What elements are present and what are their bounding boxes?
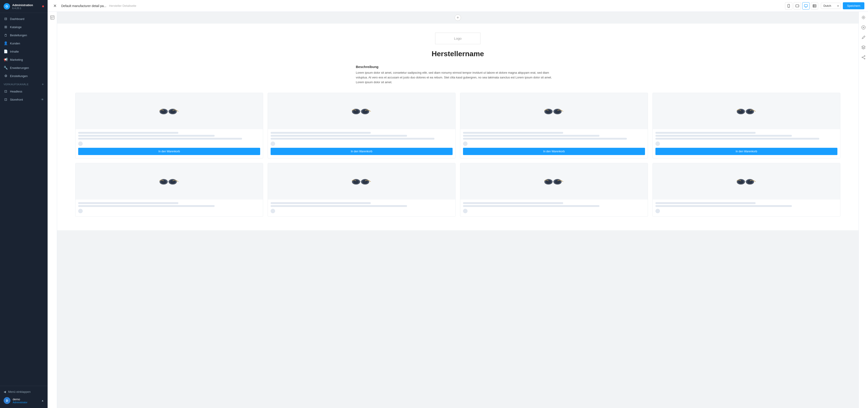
page-content: Logo Herstellername Beschreibung Lorem i… [57,24,859,230]
brand-info: Administration 6.4.20.1 [12,3,40,9]
product-desc-skeleton [655,135,792,137]
sidebar-item-kunden[interactable]: 👤 Kunden [0,39,48,48]
svg-point-75 [864,58,865,59]
svg-point-62 [554,183,561,184]
right-settings-icon[interactable] [860,14,867,21]
svg-rect-11 [51,15,54,19]
product-card [652,163,840,217]
erweiterungen-icon: 🔧 [4,66,8,70]
close-button[interactable]: ✕ [51,2,59,9]
add-block-top-button[interactable]: + [57,12,859,24]
headless-icon: ⊡ [4,89,8,93]
product-desc-skeleton-2 [463,138,627,139]
add-to-cart-button[interactable]: In den Warenkorb [655,148,837,155]
save-button[interactable]: Speichern [843,2,864,9]
language-selector[interactable]: Dutch English German [821,3,841,9]
product-desc-skeleton [271,135,407,137]
left-panel-layout-icon[interactable] [49,14,56,21]
desktop-viewport-button[interactable] [802,2,809,9]
product-desc-skeleton-2 [271,138,434,139]
product-desc-skeleton [463,135,599,137]
product-body [653,199,840,217]
product-price-skeleton [271,142,275,146]
product-title-skeleton [78,202,178,204]
status-dot [42,5,44,7]
right-layers-icon[interactable] [860,44,867,51]
product-card: In den Warenkorb [652,93,840,158]
sidebar-item-headless[interactable]: ⊡ Headless [0,87,48,95]
sidebar-item-label: Storefront [10,98,23,101]
svg-point-27 [362,112,369,114]
kunden-icon: 👤 [4,41,8,45]
product-price-skeleton [271,209,275,213]
language-select[interactable]: Dutch English German [821,3,841,9]
product-price-skeleton [78,142,83,146]
sales-channels-section: Verkaufskanäle + [0,80,48,87]
product-title-skeleton [271,132,371,134]
sidebar-item-einstellungen[interactable]: ⚙ Einstellungen [0,72,48,80]
sidebar-item-label: Headless [10,90,22,93]
sidebar-item-bestellungen[interactable]: 🗒 Bestellungen [0,31,48,39]
user-name: demo [13,398,27,401]
sidebar-item-storefront[interactable]: ⊡ Storefront 👁 [0,95,48,103]
svg-point-34 [554,112,561,114]
sidebar-item-label: Inhalte [10,50,19,53]
svg-point-19 [160,112,167,114]
add-to-cart-button[interactable]: In den Warenkorb [463,148,645,155]
collapse-icon: ◀ [4,390,6,394]
right-add-icon[interactable] [860,24,867,31]
product-price-skeleton [78,209,83,213]
svg-point-47 [160,183,167,184]
product-card [75,163,263,217]
product-image [460,163,648,199]
logo-placeholder: Logo [435,33,480,44]
right-tools [859,12,868,408]
product-card: In den Warenkorb [268,93,456,158]
einstellungen-icon: ⚙ [4,74,8,78]
sidebar-nav: ⊟ Dashboard ⊞ Kataloge 🗒 Bestellungen 👤 … [0,13,48,386]
avatar: D [4,397,10,404]
description-title: Beschreibung [356,65,560,69]
mobile-viewport-button[interactable] [785,2,792,9]
product-body: In den Warenkorb [268,129,455,158]
sidebar-item-erweiterungen[interactable]: 🔧 Erweiterungen [0,64,48,72]
product-card: In den Warenkorb [460,93,648,158]
product-title-skeleton [655,132,755,134]
svg-point-55 [362,183,369,184]
svg-rect-4 [804,4,807,7]
content-wrapper: + Logo Herstellername Beschreibung Lorem… [48,12,868,408]
product-title-skeleton [655,202,755,204]
tablet-viewport-button[interactable] [794,2,801,9]
sidebar-item-inhalte[interactable]: 📄 Inhalte [0,48,48,56]
collapse-menu-button[interactable]: ◀ Menü einklappen [4,388,44,395]
add-sales-channel-button[interactable]: + [42,82,44,86]
add-to-cart-button[interactable]: In den Warenkorb [271,148,453,155]
svg-point-54 [352,183,360,184]
topbar: ✕ Default manufacturer detail pa... Hers… [48,0,868,12]
right-share-icon[interactable] [860,54,867,61]
sidebar-item-marketing[interactable]: 📢 Marketing [0,56,48,64]
sidebar-item-label: Bestellungen [10,34,27,37]
user-text: demo Administrator [13,398,27,404]
product-body [75,199,263,217]
product-desc-skeleton [655,205,792,207]
right-edit-icon[interactable] [860,34,867,41]
bestellungen-icon: 🗒 [4,33,8,37]
page-subtitle: Hersteller Detailseite [109,4,782,7]
user-info[interactable]: D demo Administrator ▲ [4,395,44,406]
add-to-cart-button[interactable]: In den Warenkorb [78,148,260,155]
list-viewport-button[interactable] [811,2,818,9]
product-image [653,93,840,129]
product-body [460,199,648,217]
product-body: In den Warenkorb [75,129,263,158]
product-image [75,93,263,129]
sidebar-item-kataloge[interactable]: ⊞ Kataloge [0,23,48,31]
product-card [268,163,456,217]
product-card: In den Warenkorb [75,93,263,158]
manufacturer-name: Herstellername [432,50,484,58]
page-canvas: + Logo Herstellername Beschreibung Lorem… [57,12,859,408]
sidebar-item-dashboard[interactable]: ⊟ Dashboard [0,15,48,23]
brand-name: Administration [12,3,40,7]
svg-point-76 [862,57,863,58]
svg-point-48 [169,183,176,184]
